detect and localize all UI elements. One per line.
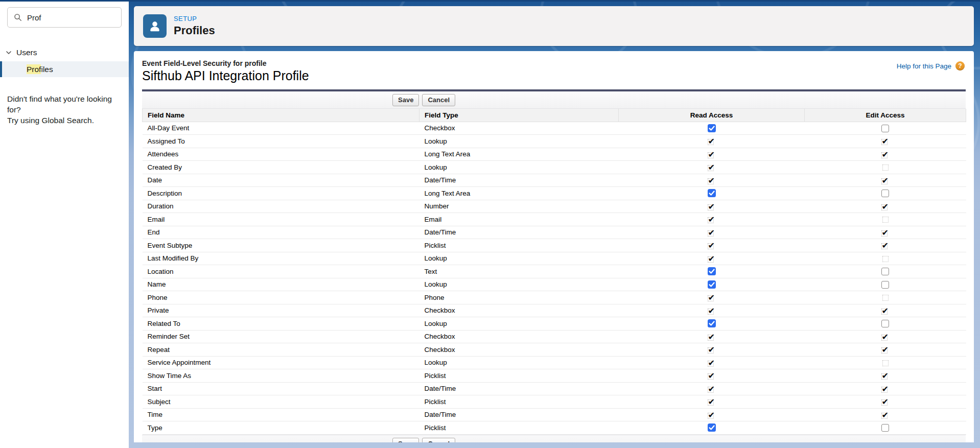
search-input-value[interactable]: Prof: [27, 13, 41, 22]
checkmark-icon: ✔: [708, 163, 715, 172]
read-access-cell: ✔: [619, 226, 805, 239]
checkmark-icon: ✔: [882, 333, 889, 341]
checkmark-icon: ✔: [882, 346, 889, 354]
edit-access-granted-checkmark: ✔: [881, 306, 890, 315]
sidebar-section-users[interactable]: Users: [0, 45, 129, 60]
check-icon: [708, 124, 716, 132]
check-icon: [708, 267, 716, 275]
edit-access-cell: ✔: [805, 395, 966, 409]
edit-access-checkbox-unchecked[interactable]: [881, 125, 889, 132]
checkmark-icon: ✔: [708, 333, 715, 341]
read-access-checkbox-checked[interactable]: [708, 319, 716, 327]
edit-access-cell: [805, 421, 966, 435]
checkmark-icon: ✔: [708, 385, 715, 393]
cancel-button-bottom[interactable]: Cancel: [422, 438, 455, 443]
table-row: Event SubtypePicklist✔✔: [143, 239, 966, 252]
profile-name-title: Sifthub API Integration Profile: [142, 68, 966, 83]
edit-access-granted-checkmark: ✔: [881, 202, 890, 210]
column-header-field-name: Field Name: [143, 109, 419, 122]
read-access-checkbox-checked[interactable]: [708, 267, 716, 275]
edit-access-granted-checkmark: ✔: [881, 241, 890, 249]
field-level-security-table: Field Name Field Type Read Access Edit A…: [142, 109, 966, 435]
edit-access-cell: ✔: [805, 200, 966, 213]
table-row: Show Time AsPicklist✔✔: [143, 369, 966, 383]
read-access-cell: ✔: [619, 174, 805, 187]
chevron-down-icon: [5, 49, 12, 56]
read-access-checkbox-checked[interactable]: [708, 189, 716, 197]
field-name-cell: Start: [143, 382, 419, 395]
table-row: RepeatCheckbox✔✔: [143, 343, 966, 357]
edit-access-cell: [805, 356, 966, 369]
field-name-cell: Event Subtype: [143, 239, 419, 252]
read-access-granted-checkmark: ✔: [708, 176, 716, 184]
cancel-button[interactable]: Cancel: [422, 94, 455, 106]
read-access-cell: ✔: [619, 239, 805, 252]
edit-access-checkbox-unchecked[interactable]: [881, 190, 889, 197]
edit-access-checkbox-unchecked[interactable]: [881, 268, 889, 275]
checkmark-icon: ✔: [882, 242, 889, 250]
field-name-cell: Attendees: [143, 148, 419, 161]
top-toolbar: Save Cancel: [142, 91, 966, 109]
edit-access-cell: ✔: [805, 369, 966, 383]
edit-access-granted-checkmark: ✔: [881, 397, 890, 406]
table-row: Service AppointmentLookup✔: [143, 356, 966, 369]
column-header-edit-access: Edit Access: [805, 109, 966, 122]
sidebar-item-profiles[interactable]: Profiles: [0, 61, 129, 77]
save-button[interactable]: Save: [392, 94, 419, 106]
field-type-cell: Date/Time: [419, 226, 619, 239]
checkmark-icon: ✔: [882, 398, 889, 406]
read-access-checkbox-checked[interactable]: [708, 124, 716, 132]
sidebar-notfound-text: Didn't find what you're looking for? Try…: [7, 93, 122, 126]
help-area: Help for this Page ?: [897, 61, 965, 70]
edit-access-disabled-empty: [882, 217, 889, 223]
field-name-cell: End: [143, 226, 419, 239]
table-row: Last Modified ByLookup✔: [143, 252, 966, 265]
table-row: LocationText: [143, 265, 966, 278]
field-type-cell: Text: [419, 265, 619, 278]
page-title: Profiles: [174, 24, 215, 37]
read-access-cell: ✔: [619, 395, 805, 409]
checkmark-icon: ✔: [708, 177, 715, 185]
edit-access-checkbox-unchecked[interactable]: [881, 281, 889, 289]
field-name-cell: Time: [143, 408, 419, 421]
field-type-cell: Email: [419, 213, 619, 226]
table-row: StartDate/Time✔✔: [143, 382, 966, 395]
checkmark-icon: ✔: [708, 372, 715, 380]
checkmark-icon: ✔: [708, 398, 715, 406]
edit-access-cell: ✔: [805, 408, 966, 421]
checkmark-icon: ✔: [882, 177, 889, 185]
table-row: DurationNumber✔✔: [143, 200, 966, 213]
field-name-cell: Location: [143, 265, 419, 278]
field-type-cell: Picklist: [419, 421, 619, 435]
edit-access-checkbox-unchecked[interactable]: [881, 320, 889, 327]
quick-find-search[interactable]: Prof: [7, 7, 122, 28]
field-name-cell: Email: [143, 213, 419, 226]
edit-access-cell: ✔: [805, 226, 966, 239]
field-type-cell: Lookup: [419, 135, 619, 148]
edit-access-granted-checkmark: ✔: [881, 176, 890, 184]
help-for-this-page-link[interactable]: Help for this Page: [897, 62, 951, 70]
edit-access-checkbox-unchecked[interactable]: [881, 424, 889, 432]
save-button-bottom[interactable]: Save: [392, 438, 419, 443]
read-access-checkbox-checked[interactable]: [708, 280, 716, 289]
table-row: SubjectPicklist✔✔: [143, 395, 966, 409]
table-row: TimeDate/Time✔✔: [143, 408, 966, 421]
edit-access-granted-checkmark: ✔: [881, 150, 890, 158]
read-access-granted-checkmark: ✔: [708, 293, 716, 301]
checkmark-icon: ✔: [882, 385, 889, 393]
fls-subtitle: Event Field-Level Security for profile: [142, 59, 966, 67]
help-icon[interactable]: ?: [955, 61, 965, 70]
field-type-cell: Checkbox: [419, 330, 619, 343]
table-row: All-Day EventCheckbox: [143, 122, 966, 135]
edit-access-disabled-empty: [882, 360, 889, 366]
notfound-line1: Didn't find what you're looking for?: [7, 93, 122, 115]
read-access-checkbox-checked[interactable]: [708, 423, 716, 432]
edit-access-cell: [805, 252, 966, 265]
check-icon: [708, 189, 716, 197]
field-name-cell: Last Modified By: [143, 252, 419, 265]
read-access-cell: ✔: [619, 356, 805, 369]
field-name-cell: Created By: [143, 161, 419, 174]
edit-access-cell: [805, 265, 966, 278]
field-name-cell: Type: [143, 421, 419, 435]
read-access-granted-checkmark: ✔: [708, 137, 716, 145]
